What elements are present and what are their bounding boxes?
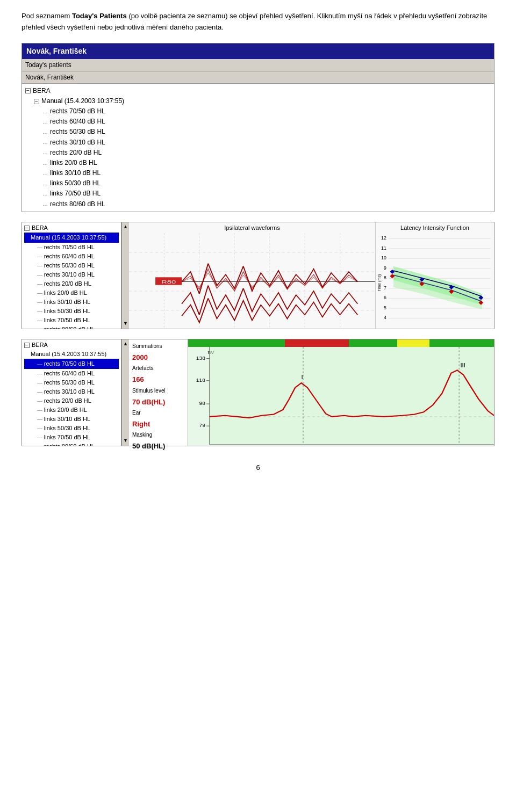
detail-item[interactable]: rechts 30/10 dB HL [24,270,119,279]
svg-text:8: 8 [384,276,386,281]
tree-item[interactable]: links 30/10 dB HL [25,168,491,178]
svg-text:138: 138 [196,355,206,361]
detail-node-bera-p3[interactable]: −BERA [24,340,119,350]
artefacts-section: Artefacts 166 [132,364,184,386]
detail-item-p3[interactable]: links 20/0 dB HL [24,405,119,415]
svg-text:5: 5 [384,306,386,311]
detail-item-p3[interactable]: rechts 20/0 dB HL [24,396,119,405]
svg-text:7: 7 [384,286,386,291]
waveform-p3-svg: 138 118 98 79 nV I III [188,347,494,446]
tree-item[interactable]: rechts 50/30 dB HL [25,127,491,137]
tree-item[interactable]: links 50/30 dB HL [25,178,491,189]
tree-item[interactable]: links 20/0 dB HL [25,158,491,168]
scroll-down-icon[interactable]: ▼ [123,320,128,329]
svg-text:R80: R80 [161,279,176,285]
detail-left-tree: −BERA Manual (15.4.2003 10:37:55) rechts… [22,222,121,329]
charts-area-panel2: Ipsilateral waveforms R80 [129,222,494,329]
detail-left-tree-p3: −BERA Manual (15.4.2003 10:37:55) rechts… [22,339,121,446]
detail-item[interactable]: links 50/30 dB HL [24,307,119,316]
tree-patient-row[interactable]: Novák, František [22,71,494,84]
detail-node-selected-p3[interactable]: rechts 70/50 dB HL [24,359,119,369]
intro-text-before: Pod seznamem [22,12,72,20]
svg-text:I: I [302,374,303,380]
detail-item[interactable]: rechts 80/60 dB HL [24,325,119,328]
svg-text:III: III [460,362,465,368]
detail-root-label-p3: BERA [32,342,48,348]
detail-item[interactable]: links 20/0 dB HL [24,288,119,298]
svg-text:79: 79 [199,422,205,428]
tree-body: −BERA −Manual (15.4.2003 10:37:55) recht… [22,84,494,212]
svg-text:12: 12 [381,236,386,241]
detail-item[interactable]: links 70/50 dB HL [24,316,119,325]
tree-items-container: rechts 70/50 dB HLrechts 60/40 dB HLrech… [25,106,491,209]
svg-rect-45 [210,347,494,445]
detail-item-p3[interactable]: links 50/30 dB HL [24,424,119,433]
tree-item[interactable]: rechts 70/50 dB HL [25,106,491,117]
collapse-icon-detail[interactable]: − [24,226,30,231]
detail-node-manual-selected[interactable]: Manual (15.4.2003 10:37:55) [24,233,119,243]
svg-text:10: 10 [381,256,386,261]
artefacts-label: Artefacts [132,364,184,373]
color-bar-red [285,339,349,347]
detail-item[interactable]: links 30/10 dB HL [24,298,119,307]
collapse-icon-p3[interactable]: − [24,343,30,348]
detail-item[interactable]: rechts 60/40 dB HL [24,252,119,261]
ear-value: Right [132,418,184,430]
chart-waveform-inner: R80 [129,233,375,329]
detail-item[interactable]: rechts 20/0 dB HL [24,279,119,288]
panel-title: Novák, František [22,44,494,59]
scroll-down-icon-p3[interactable]: ▼ [123,437,128,446]
latency-svg: 12 11 10 9 8 7 6 5 4 Time (ms) [376,233,494,329]
scroll-up-icon-p3[interactable]: ▲ [123,340,128,348]
page-number: 6 [22,462,494,473]
stimulus-label: Stimulus level [132,386,184,396]
tree-item[interactable]: rechts 30/10 dB HL [25,137,491,148]
detail-root-label: BERA [32,224,48,231]
detail-item-p3[interactable]: rechts 30/10 dB HL [24,387,119,396]
tree-item[interactable]: links 70/50 dB HL [25,189,491,199]
panel3-waveform: 138 118 98 79 nV I III [188,339,494,446]
svg-text:4: 4 [384,315,386,321]
tree-node-manual[interactable]: −Manual (15.4.2003 10:37:55) [25,96,491,106]
color-bar-yellow [397,339,429,347]
detail-item-p3[interactable]: rechts 80/60 dB HL [24,442,119,445]
detail-item-p3[interactable]: rechts 60/40 dB HL [24,369,119,378]
tree-item[interactable]: rechts 80/60 dB HL [25,199,491,209]
svg-text:6: 6 [384,295,386,301]
detail-item[interactable]: rechts 50/30 dB HL [24,261,119,270]
tree-item[interactable]: rechts 20/0 dB HL [25,148,491,158]
scroll-up-icon[interactable]: ▲ [123,223,128,231]
panel3-info: Summations 2000 Artefacts 166 Stimulus l… [129,339,188,446]
scrollbar-panel3[interactable]: ▲ ▼ [121,339,129,446]
chart-latency: Latency Intensity Function 12 11 10 9 8 … [376,222,494,329]
artefacts-value: 166 [132,373,184,386]
color-bar-green3 [429,339,494,347]
chart-waveform: Ipsilateral waveforms R80 [129,222,376,329]
summations-label: Summations [132,342,184,351]
panel-detail-overview: −BERA Manual (15.4.2003 10:37:55) rechts… [22,222,494,329]
detail-item-p3[interactable]: links 30/10 dB HL [24,415,119,424]
detail-item-p3[interactable]: links 70/50 dB HL [24,433,119,442]
detail-node-bera[interactable]: −BERA [24,223,119,233]
tree-item[interactable]: rechts 60/40 dB HL [25,117,491,127]
collapse-icon-manual[interactable]: − [34,99,39,104]
masking-section: Masking 50 dB(HL) [132,430,184,452]
chart-waveform-title: Ipsilateral waveforms [129,222,375,234]
detail-item[interactable]: rechts 70/50 dB HL [24,243,119,252]
tree-node-bera-root[interactable]: −BERA [25,86,491,96]
ear-section: Ear Right [132,408,184,430]
detail-item-p3[interactable]: rechts 50/30 dB HL [24,378,119,387]
collapse-icon[interactable]: − [25,88,31,93]
detail-items-container: rechts 70/50 dB HLrechts 60/40 dB HLrech… [24,243,119,329]
detail-tree-body: −BERA Manual (15.4.2003 10:37:55) rechts… [22,222,121,329]
svg-text:98: 98 [199,400,205,406]
panel-overview: Novák, František Today's patients Novák,… [22,43,494,212]
detail-node-manual-p3[interactable]: Manual (15.4.2003 10:37:55) [24,350,119,359]
intro-bold: Today's Patients [72,12,127,20]
scrollbar-panel2[interactable]: ▲ ▼ [121,222,129,329]
tree-level1-label: Manual (15.4.2003 10:37:55) [41,97,124,105]
detail-items-p3: rechts 60/40 dB HLrechts 50/30 dB HLrech… [24,369,119,446]
chart-latency-inner: 12 11 10 9 8 7 6 5 4 Time (ms) [376,233,494,329]
detail-tree-body-p3: −BERA Manual (15.4.2003 10:37:55) rechts… [22,339,121,446]
panel-measurement-detail: −BERA Manual (15.4.2003 10:37:55) rechts… [22,339,494,446]
